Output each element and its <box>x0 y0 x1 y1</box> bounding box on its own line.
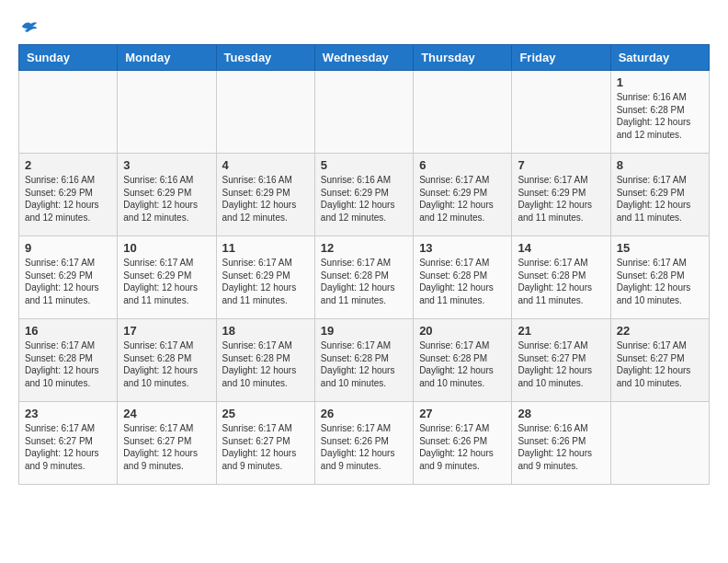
day-number: 18 <box>222 324 309 338</box>
calendar-cell <box>512 71 610 154</box>
day-info: Sunrise: 6:17 AM Sunset: 6:29 PM Dayligh… <box>25 257 111 306</box>
day-info: Sunrise: 6:17 AM Sunset: 6:27 PM Dayligh… <box>518 339 604 389</box>
calendar-week-row: 2Sunrise: 6:16 AM Sunset: 6:29 PM Daylig… <box>19 154 710 236</box>
day-info: Sunrise: 6:17 AM Sunset: 6:29 PM Dayligh… <box>518 174 604 224</box>
day-number: 3 <box>123 158 210 172</box>
weekday-header-wednesday: Wednesday <box>314 45 413 71</box>
day-info: Sunrise: 6:17 AM Sunset: 6:27 PM Dayligh… <box>25 422 111 472</box>
calendar-cell: 3Sunrise: 6:16 AM Sunset: 6:29 PM Daylig… <box>118 154 216 236</box>
calendar-cell: 16Sunrise: 6:17 AM Sunset: 6:28 PM Dayli… <box>19 319 118 402</box>
day-info: Sunrise: 6:17 AM Sunset: 6:26 PM Dayligh… <box>419 422 506 472</box>
day-info: Sunrise: 6:16 AM Sunset: 6:28 PM Dayligh… <box>617 91 703 141</box>
calendar-cell: 21Sunrise: 6:17 AM Sunset: 6:27 PM Dayli… <box>512 319 610 402</box>
calendar-cell: 20Sunrise: 6:17 AM Sunset: 6:28 PM Dayli… <box>414 319 512 402</box>
calendar-cell: 8Sunrise: 6:17 AM Sunset: 6:29 PM Daylig… <box>610 154 709 236</box>
day-info: Sunrise: 6:17 AM Sunset: 6:26 PM Dayligh… <box>321 422 407 472</box>
calendar-cell <box>314 71 413 154</box>
calendar-week-row: 16Sunrise: 6:17 AM Sunset: 6:28 PM Dayli… <box>19 319 710 402</box>
day-number: 1 <box>617 75 703 89</box>
logo <box>18 18 39 35</box>
day-info: Sunrise: 6:17 AM Sunset: 6:29 PM Dayligh… <box>123 257 210 306</box>
day-info: Sunrise: 6:17 AM Sunset: 6:29 PM Dayligh… <box>222 257 309 306</box>
day-info: Sunrise: 6:17 AM Sunset: 6:28 PM Dayligh… <box>321 257 407 306</box>
calendar-table: SundayMondayTuesdayWednesdayThursdayFrid… <box>18 44 710 485</box>
day-number: 8 <box>617 158 703 172</box>
calendar-cell: 25Sunrise: 6:17 AM Sunset: 6:27 PM Dayli… <box>216 402 314 485</box>
day-number: 16 <box>25 324 111 338</box>
day-number: 24 <box>123 407 210 420</box>
day-number: 28 <box>518 407 604 420</box>
calendar-cell: 23Sunrise: 6:17 AM Sunset: 6:27 PM Dayli… <box>19 402 118 485</box>
day-number: 23 <box>25 407 111 420</box>
day-number: 26 <box>321 407 407 420</box>
calendar-cell: 18Sunrise: 6:17 AM Sunset: 6:28 PM Dayli… <box>216 319 314 402</box>
calendar-cell <box>19 71 118 154</box>
day-number: 14 <box>518 241 604 255</box>
calendar-cell <box>414 71 512 154</box>
calendar-cell: 5Sunrise: 6:16 AM Sunset: 6:29 PM Daylig… <box>314 154 413 236</box>
day-number: 12 <box>321 241 407 255</box>
calendar-week-row: 23Sunrise: 6:17 AM Sunset: 6:27 PM Dayli… <box>19 402 710 485</box>
calendar-cell: 6Sunrise: 6:17 AM Sunset: 6:29 PM Daylig… <box>414 154 512 236</box>
calendar-week-row: 9Sunrise: 6:17 AM Sunset: 6:29 PM Daylig… <box>19 236 710 319</box>
calendar-cell: 24Sunrise: 6:17 AM Sunset: 6:27 PM Dayli… <box>118 402 216 485</box>
day-info: Sunrise: 6:17 AM Sunset: 6:27 PM Dayligh… <box>617 339 703 389</box>
calendar-week-row: 1Sunrise: 6:16 AM Sunset: 6:28 PM Daylig… <box>19 71 710 154</box>
day-info: Sunrise: 6:17 AM Sunset: 6:28 PM Dayligh… <box>321 339 407 389</box>
weekday-header-friday: Friday <box>512 45 610 71</box>
day-info: Sunrise: 6:17 AM Sunset: 6:28 PM Dayligh… <box>419 257 506 306</box>
calendar-cell: 19Sunrise: 6:17 AM Sunset: 6:28 PM Dayli… <box>314 319 413 402</box>
day-info: Sunrise: 6:17 AM Sunset: 6:28 PM Dayligh… <box>518 257 604 306</box>
day-number: 9 <box>25 241 111 255</box>
calendar-cell <box>118 71 216 154</box>
calendar-cell: 26Sunrise: 6:17 AM Sunset: 6:26 PM Dayli… <box>314 402 413 485</box>
day-number: 21 <box>518 324 604 338</box>
day-info: Sunrise: 6:16 AM Sunset: 6:29 PM Dayligh… <box>321 174 407 224</box>
weekday-header-monday: Monday <box>118 45 216 71</box>
page-header <box>18 18 710 35</box>
calendar-cell: 13Sunrise: 6:17 AM Sunset: 6:28 PM Dayli… <box>414 236 512 319</box>
day-info: Sunrise: 6:17 AM Sunset: 6:28 PM Dayligh… <box>25 339 111 389</box>
day-number: 17 <box>123 324 210 338</box>
calendar-cell: 14Sunrise: 6:17 AM Sunset: 6:28 PM Dayli… <box>512 236 610 319</box>
day-number: 27 <box>419 407 506 420</box>
day-number: 13 <box>419 241 506 255</box>
day-number: 10 <box>123 241 210 255</box>
day-number: 11 <box>222 241 309 255</box>
day-info: Sunrise: 6:17 AM Sunset: 6:28 PM Dayligh… <box>222 339 309 389</box>
day-number: 7 <box>518 158 604 172</box>
calendar-cell: 15Sunrise: 6:17 AM Sunset: 6:28 PM Dayli… <box>610 236 709 319</box>
day-number: 5 <box>321 158 407 172</box>
day-info: Sunrise: 6:17 AM Sunset: 6:29 PM Dayligh… <box>617 174 703 224</box>
day-info: Sunrise: 6:17 AM Sunset: 6:28 PM Dayligh… <box>419 339 506 389</box>
day-number: 20 <box>419 324 506 338</box>
calendar-cell: 9Sunrise: 6:17 AM Sunset: 6:29 PM Daylig… <box>19 236 118 319</box>
day-info: Sunrise: 6:17 AM Sunset: 6:28 PM Dayligh… <box>617 257 703 306</box>
day-info: Sunrise: 6:16 AM Sunset: 6:29 PM Dayligh… <box>222 174 309 224</box>
day-info: Sunrise: 6:17 AM Sunset: 6:29 PM Dayligh… <box>419 174 506 224</box>
day-info: Sunrise: 6:17 AM Sunset: 6:27 PM Dayligh… <box>222 422 309 472</box>
day-info: Sunrise: 6:17 AM Sunset: 6:27 PM Dayligh… <box>123 422 210 472</box>
calendar-cell: 28Sunrise: 6:16 AM Sunset: 6:26 PM Dayli… <box>512 402 610 485</box>
day-number: 15 <box>617 241 703 255</box>
calendar-cell: 10Sunrise: 6:17 AM Sunset: 6:29 PM Dayli… <box>118 236 216 319</box>
day-number: 4 <box>222 158 309 172</box>
calendar-cell <box>610 402 709 485</box>
calendar-cell: 11Sunrise: 6:17 AM Sunset: 6:29 PM Dayli… <box>216 236 314 319</box>
day-info: Sunrise: 6:16 AM Sunset: 6:29 PM Dayligh… <box>25 174 111 224</box>
weekday-header-sunday: Sunday <box>19 45 118 71</box>
logo-bird-icon <box>20 18 39 35</box>
day-info: Sunrise: 6:17 AM Sunset: 6:28 PM Dayligh… <box>123 339 210 389</box>
calendar-cell <box>216 71 314 154</box>
weekday-header-tuesday: Tuesday <box>216 45 314 71</box>
calendar-header-row: SundayMondayTuesdayWednesdayThursdayFrid… <box>19 45 710 71</box>
day-number: 19 <box>321 324 407 338</box>
day-info: Sunrise: 6:16 AM Sunset: 6:26 PM Dayligh… <box>518 422 604 472</box>
calendar-cell: 17Sunrise: 6:17 AM Sunset: 6:28 PM Dayli… <box>118 319 216 402</box>
day-info: Sunrise: 6:16 AM Sunset: 6:29 PM Dayligh… <box>123 174 210 224</box>
calendar-cell: 27Sunrise: 6:17 AM Sunset: 6:26 PM Dayli… <box>414 402 512 485</box>
day-number: 22 <box>617 324 703 338</box>
weekday-header-thursday: Thursday <box>414 45 512 71</box>
day-number: 2 <box>25 158 111 172</box>
calendar-cell: 12Sunrise: 6:17 AM Sunset: 6:28 PM Dayli… <box>314 236 413 319</box>
